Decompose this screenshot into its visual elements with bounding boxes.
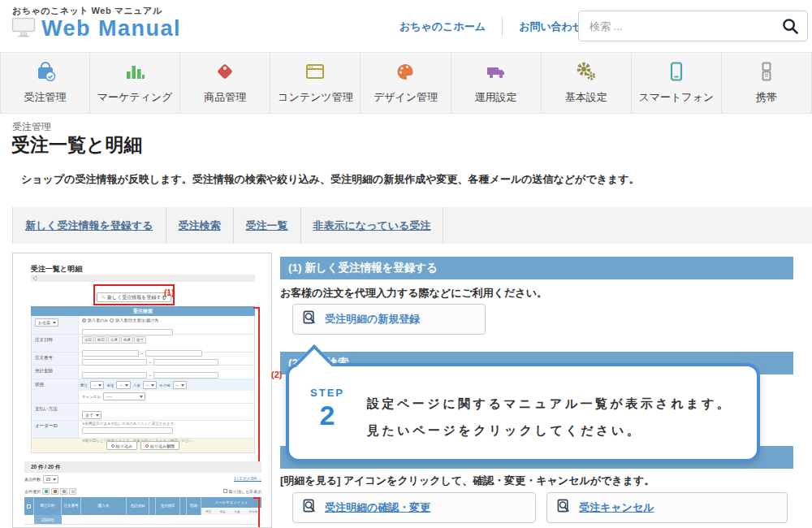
step-number: 2 [309,400,346,430]
thumb-orderid-input [82,427,173,434]
step-tooltip-inner: STEP 2 設定ページに関するマニュアル一覧が表示されます。 見たいページをク… [289,366,757,444]
thumb-search-header: 受注検索 [31,306,255,316]
site-search [578,11,808,41]
checkbox-icon [27,504,31,509]
nav-item-marketing[interactable]: マーケティング [90,53,180,113]
thumb-row-payment: 支払い方法 全て ※利用設定のある支払い方法のみリストに表示されます。 [32,404,254,421]
link-divider [502,17,503,37]
thumb-row-status: 状態 受注-- 発送-- 入金-- その他-- キャンセル---- [32,379,254,404]
home-link[interactable]: おちゃのこホーム [400,19,486,34]
site-tagline: おちゃのこネット Web マニュアル [12,5,162,17]
nav-item-products[interactable]: 商品管理 [180,53,270,113]
anchor-tabs: 新しく受注情報を登録する 受注検索 受注一覧 非表示になっている受注 [12,207,812,244]
design-palette-icon [395,61,416,85]
bulk-csv-icon [69,488,76,495]
search-input[interactable] [579,11,774,41]
page-title: 受注一覧と明細 [11,132,143,158]
red-bracket-3 [253,497,260,528]
thumb-pagination: 1 | 2 次の5件→ [234,476,261,481]
section1-body-text: お客様の注文を代理入力する際などにご利用ください。 [280,286,547,301]
step-label: STEP [309,387,346,399]
nav-item-smartphone[interactable]: スマートフォン [632,53,722,113]
nav-item-order[interactable]: 受注管理 [0,53,90,113]
pencil-icon: ✎ [102,295,106,300]
thumb-row-number: 注文番号 ~ [32,353,254,366]
document-magnifier-icon [302,499,317,517]
thumb-result-count: 20 件 / 20 件 [24,461,261,473]
tab-hidden-orders[interactable]: 非表示になっている受注 [301,207,443,244]
page-description: ショップの受注情報が反映します。受注情報の検索や絞り込み、受注明細の新規作成や変… [21,172,640,187]
thumb-year-row: 2020年 [24,515,261,525]
thumb-order-table: 受注日時 注文番号 購入者 合計金額 送付指定 明細 メールマネジメント 受注発… [24,497,261,528]
checkbox-icon [223,489,227,493]
thumb-number-to [153,359,218,366]
red-bracket-2 [253,307,260,470]
tab-order-search[interactable]: 受注検索 [166,207,233,244]
thumb-row-name: お名前 購入者のみ購入者/注文者/お届け先 [32,316,254,335]
smartphone-icon [666,61,687,85]
header-links: おちゃのこホーム お問い合わせ [400,16,583,37]
thumb-total-from [82,372,147,379]
nav-item-contents[interactable]: コンテンツ管理 [270,53,361,113]
section1-header: (1) 新しく受注情報を登録する [280,257,793,279]
tab-order-list[interactable]: 受注一覧 [234,207,300,244]
marketing-chart-icon [124,61,145,85]
document-magnifier-icon [302,310,317,329]
nav-item-mobile[interactable]: 携帯 [722,53,812,113]
bulk-mail-icon [51,488,58,495]
nav-item-design[interactable]: デザイン管理 [361,53,451,113]
tab-filler [443,207,812,244]
step-tooltip-text: 設定ページに関するマニュアル一覧が表示されます。 見たいページをクリックしてくだ… [367,387,732,444]
thumb-list-controls: 表示件数: 20 1 | 2 次の5件→ [24,475,261,485]
content-window-icon [304,61,326,85]
logo[interactable]: Web Manual [11,16,181,41]
mobile-phone-icon [756,61,777,85]
thumb-filter-clear-button: 絞り込み解除 [140,441,179,450]
thumb-bulk-actions: 全件選択 取り消しも非表示 [24,487,261,496]
tab-register-order[interactable]: 新しく受注情報を登録する [13,207,166,244]
main-nav: 受注管理 マーケティング 商品管理 コンテンツ管理 デザイン管理 運用設定 基本… [0,52,812,114]
thumb-data-row [24,525,261,528]
magnifier-icon [111,444,114,448]
document-magnifier-icon [556,499,572,517]
operation-truck-icon [486,61,507,85]
thumb-register-highlight: ✎新しく受注情報を登録する [93,284,175,305]
order-detail-edit-button[interactable]: 受注明細の確認・変更 [292,492,536,523]
logo-text: Web Manual [41,16,181,41]
order-bag-icon [35,61,56,85]
thumb-register-button: ✎新しく受注情報を登録する [97,292,171,302]
admin-screenshot-thumbnail: 受注一覧と明細 ✎新しく受注情報を登録する (1) 受注検索 お名前 購入者のみ… [12,253,272,528]
step-tooltip: STEP 2 設定ページに関するマニュアル一覧が表示されます。 見たいページをク… [286,363,760,462]
web-manual-page: おちゃのこネット Web マニュアル Web Manual おちゃのこホーム お… [0,0,812,528]
thumb-toolbar [31,275,255,282]
thumb-name-select: お名前 [35,318,58,327]
thumb-row-total: 合計金額 ~ [32,366,254,379]
order-cancel-button[interactable]: 受注キャンセル [546,492,788,523]
marker-1: (1) [164,288,174,297]
bulk-check-icon [42,488,50,495]
thumb-table-header: 受注日時 注文番号 購入者 合計金額 送付指定 明細 メールマネジメント 受注発… [24,497,261,515]
gear-icon [33,276,37,280]
product-tag-icon [214,61,235,85]
thumb-filter-button: 絞り込み [106,441,137,450]
thumb-total-to [153,372,218,379]
thumb-search-form: お名前 購入者のみ購入者/注文者/お届け先 注文日時 今日昨日今月先月全て ~ … [31,316,255,453]
nav-item-settings[interactable]: 基本設定 [542,53,632,113]
thumb-row-date: 注文日時 今日昨日今月先月全て ~ [32,335,254,353]
new-order-detail-button[interactable]: 受注明細の新規登録 [292,304,486,335]
contact-link[interactable]: お問い合わせ [519,19,583,34]
marker-2: (2) [271,370,282,379]
section3-body-text: [明細を見る] アイコンをクリックして、確認・変更・キャンセルができます。 [280,474,654,488]
monitor-icon [11,17,36,41]
thumb-number-from [82,359,147,366]
radio-icon [82,318,86,322]
settings-gear-icon [576,61,597,85]
step-indicator: STEP 2 [309,387,346,444]
search-icon[interactable] [782,18,799,38]
thumb-row-orderid: オーダーID ※取引IDなどで検索できます。対象項目はこちらをご確認ください。 [32,421,254,439]
radio-icon [110,318,114,322]
nav-item-operation[interactable]: 運用設定 [451,53,542,113]
clear-icon [145,444,149,448]
thumb-title: 受注一覧と明細 [31,264,82,275]
bulk-print-icon [60,488,67,495]
